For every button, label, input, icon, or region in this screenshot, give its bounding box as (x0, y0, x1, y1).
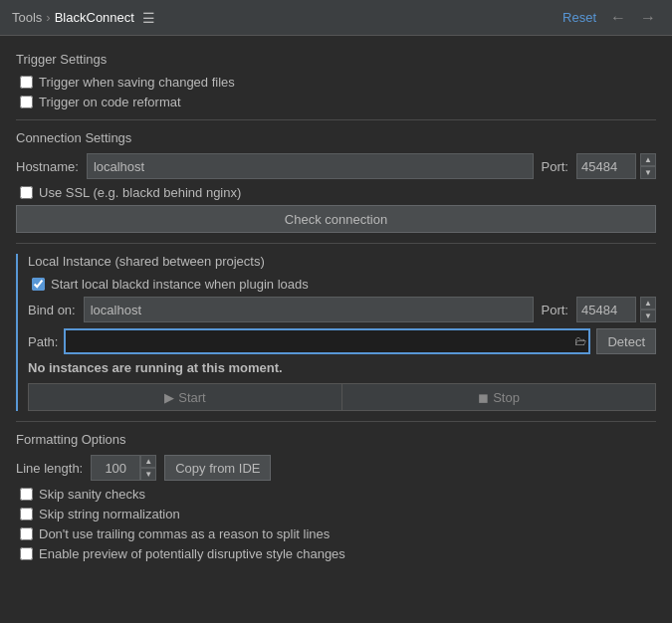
line-length-down[interactable]: ▼ (140, 468, 156, 481)
stop-icon: ◼ (478, 390, 489, 405)
line-length-row: Line length: ▲ ▼ Copy from IDE (16, 455, 656, 481)
formatting-options-section: Formatting Options Line length: ▲ ▼ Copy… (16, 432, 656, 561)
line-length-arrows: ▲ ▼ (140, 455, 156, 481)
port-arrows-local: ▲ ▼ (640, 297, 656, 322)
start-blackd-row: Start local blackd instance when plugin … (28, 277, 656, 292)
divider-2 (16, 243, 656, 244)
reset-button[interactable]: Reset (559, 8, 600, 27)
line-length-up[interactable]: ▲ (140, 455, 156, 468)
port-up-conn[interactable]: ▲ (640, 153, 656, 166)
trigger-save-checkbox[interactable] (20, 76, 33, 89)
hostname-label: Hostname: (16, 159, 79, 174)
tools-breadcrumb: Tools (12, 10, 42, 25)
skip-sanity-label[interactable]: Skip sanity checks (39, 487, 145, 502)
trigger-save-row: Trigger when saving changed files (16, 75, 656, 90)
port-spinner-wrapper-conn: ▲ ▼ (576, 153, 656, 179)
breadcrumb: Tools › BlackConnect ☰ (12, 8, 159, 28)
hostname-row: Hostname: Port: ▲ ▼ (16, 153, 656, 179)
forward-button[interactable]: → (636, 7, 660, 29)
trigger-settings-title: Trigger Settings (16, 52, 656, 67)
start-stop-row: ▶ Start ◼ Stop (28, 383, 656, 411)
skip-string-label[interactable]: Skip string normalization (39, 507, 180, 521)
port-label-local: Port: (542, 303, 568, 317)
port-input-local[interactable] (576, 297, 636, 322)
enable-preview-label[interactable]: Enable preview of potentially disruptive… (39, 546, 345, 561)
formatting-options-title: Formatting Options (16, 432, 656, 447)
bind-row: Bind on: Port: ▲ ▼ (28, 297, 656, 322)
bind-input[interactable] (84, 297, 534, 322)
settings-icon: ☰ (142, 10, 155, 26)
trigger-settings-section: Trigger Settings Trigger when saving cha… (16, 52, 656, 109)
path-input[interactable] (64, 328, 590, 354)
detect-button[interactable]: Detect (596, 328, 656, 354)
skip-sanity-checkbox[interactable] (20, 488, 33, 501)
header: Tools › BlackConnect ☰ Reset ← → (0, 0, 672, 36)
folder-icon-btn[interactable]: 🗁 (572, 332, 588, 350)
enable-preview-checkbox[interactable] (20, 547, 33, 560)
no-trailing-label[interactable]: Don't use trailing commas as a reason to… (39, 526, 330, 541)
line-length-spinner-wrapper: ▲ ▼ (91, 455, 156, 481)
path-input-wrapper: 🗁 (64, 328, 590, 354)
bind-label: Bind on: (28, 303, 76, 317)
start-icon: ▶ (164, 390, 174, 405)
ssl-label[interactable]: Use SSL (e.g. blackd behind nginx) (39, 185, 241, 200)
copy-from-ide-button[interactable]: Copy from IDE (164, 455, 271, 481)
port-arrows-conn: ▲ ▼ (640, 153, 656, 179)
line-length-label: Line length: (16, 461, 83, 476)
hostname-input[interactable] (87, 153, 534, 179)
stop-label: Stop (493, 390, 520, 405)
path-row: Path: 🗁 Detect (28, 328, 656, 354)
divider-3 (16, 421, 656, 422)
divider-1 (16, 119, 656, 120)
port-up-local[interactable]: ▲ (640, 297, 656, 310)
connection-settings-title: Connection Settings (16, 130, 656, 145)
port-down-conn[interactable]: ▼ (640, 166, 656, 179)
ssl-row: Use SSL (e.g. blackd behind nginx) (16, 185, 656, 200)
no-instances-text: No instances are running at this moment. (28, 360, 656, 375)
trigger-reformat-label[interactable]: Trigger on code reformat (39, 95, 181, 109)
back-button[interactable]: ← (606, 7, 630, 29)
trigger-reformat-row: Trigger on code reformat (16, 95, 656, 109)
port-spinner-wrapper-local: ▲ ▼ (576, 297, 656, 322)
no-trailing-checkbox[interactable] (20, 527, 33, 540)
port-input-conn[interactable] (576, 153, 636, 179)
line-length-input[interactable] (91, 455, 140, 481)
path-label: Path: (28, 334, 58, 349)
breadcrumb-separator: › (46, 10, 50, 25)
header-actions: Reset ← → (559, 7, 660, 29)
folder-icon: 🗁 (574, 334, 586, 348)
check-connection-button[interactable]: Check connection (16, 205, 656, 233)
trigger-save-label[interactable]: Trigger when saving changed files (39, 75, 235, 90)
stop-button[interactable]: ◼ Stop (341, 383, 656, 411)
trigger-reformat-checkbox[interactable] (20, 96, 33, 108)
content-area: Trigger Settings Trigger when saving cha… (0, 36, 672, 578)
start-blackd-label[interactable]: Start local blackd instance when plugin … (51, 277, 309, 292)
local-instance-section: Local Instance (shared between projects)… (16, 254, 656, 411)
skip-sanity-row: Skip sanity checks (16, 487, 656, 502)
port-down-local[interactable]: ▼ (640, 310, 656, 322)
port-label-conn: Port: (542, 159, 568, 174)
enable-preview-row: Enable preview of potentially disruptive… (16, 546, 656, 561)
no-trailing-row: Don't use trailing commas as a reason to… (16, 526, 656, 541)
blackconnect-breadcrumb: BlackConnect (55, 10, 134, 25)
skip-string-checkbox[interactable] (20, 508, 33, 520)
start-blackd-checkbox[interactable] (32, 278, 45, 291)
start-button[interactable]: ▶ Start (28, 383, 341, 411)
start-label: Start (178, 390, 205, 405)
local-instance-title: Local Instance (shared between projects) (28, 254, 656, 269)
settings-icon-btn[interactable]: ☰ (138, 8, 159, 28)
skip-string-row: Skip string normalization (16, 507, 656, 521)
connection-settings-section: Connection Settings Hostname: Port: ▲ ▼ … (16, 130, 656, 233)
ssl-checkbox[interactable] (20, 186, 33, 199)
